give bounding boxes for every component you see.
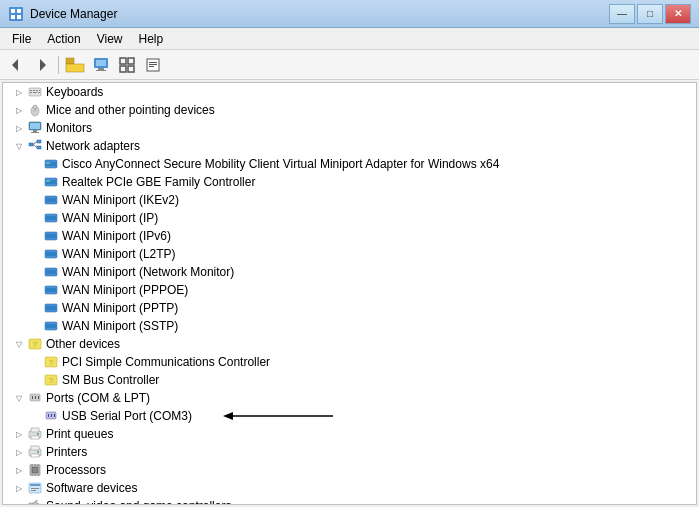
svg-point-88 [37, 451, 39, 453]
svg-point-48 [48, 180, 50, 182]
close-button[interactable]: ✕ [665, 4, 691, 24]
svg-point-84 [37, 433, 39, 435]
svg-rect-27 [33, 92, 37, 93]
menu-bar: File Action View Help [0, 28, 699, 50]
svg-line-39 [33, 142, 37, 145]
expander-icon[interactable]: ▷ [11, 462, 27, 478]
item-label: WAN Miniport (PPTP) [62, 301, 178, 315]
window-controls: — □ ✕ [609, 4, 691, 24]
svg-rect-8 [66, 64, 84, 72]
list-item[interactable]: Cisco AnyConnect Secure Mobility Client … [3, 155, 696, 173]
list-item[interactable]: WAN Miniport (L2TP) [3, 245, 696, 263]
list-item[interactable]: ▽ ? Other devices [3, 335, 696, 353]
list-item[interactable]: WAN Miniport (IP) [3, 209, 696, 227]
scan-button[interactable] [115, 54, 139, 76]
list-item[interactable]: WAN Miniport (IPv6) [3, 227, 696, 245]
svg-text:?: ? [49, 358, 54, 367]
list-item[interactable]: ▷ Processors [3, 461, 696, 479]
usb-serial-port-item[interactable]: USB Serial Port (COM3) [3, 407, 696, 425]
list-item[interactable]: WAN Miniport (PPTP) [3, 299, 696, 317]
svg-rect-86 [31, 446, 39, 450]
svg-rect-11 [98, 68, 104, 70]
expander-spacer [27, 192, 43, 208]
list-item[interactable]: ▽ Network adapters [3, 137, 696, 155]
expander-icon[interactable]: ▷ [11, 444, 27, 460]
expander-icon[interactable]: ▽ [11, 138, 27, 154]
device-manager-button[interactable] [89, 54, 113, 76]
svg-rect-72 [32, 396, 33, 399]
svg-rect-15 [120, 66, 126, 72]
expander-icon[interactable]: ▽ [11, 390, 27, 406]
svg-rect-26 [30, 92, 32, 93]
svg-rect-25 [39, 90, 40, 91]
item-label: SM Bus Controller [62, 373, 159, 387]
svg-rect-4 [17, 15, 21, 19]
list-item[interactable]: ▷ Sound, video and game controllers [3, 497, 696, 505]
properties-button[interactable] [141, 54, 165, 76]
expander-icon[interactable]: ▽ [11, 336, 27, 352]
list-item[interactable]: ▷ Software devices [3, 479, 696, 497]
svg-rect-87 [31, 454, 39, 457]
list-item[interactable]: Realtek PCIe GBE Family Controller [3, 173, 696, 191]
menu-file[interactable]: File [4, 30, 39, 48]
back-button[interactable] [4, 54, 28, 76]
network-device-icon [43, 174, 59, 190]
forward-button[interactable] [30, 54, 54, 76]
expander-icon[interactable]: ▷ [11, 498, 27, 505]
list-item[interactable]: ▷ Printers [3, 443, 696, 461]
software-devices-icon [27, 480, 43, 496]
list-item[interactable]: ▷ Monitors [3, 119, 696, 137]
item-label: WAN Miniport (SSTP) [62, 319, 178, 333]
item-label: Ports (COM & LPT) [46, 391, 150, 405]
svg-rect-12 [96, 70, 106, 71]
expander-icon[interactable]: ▷ [11, 480, 27, 496]
svg-rect-101 [29, 503, 33, 505]
minimize-button[interactable]: — [609, 4, 635, 24]
menu-action[interactable]: Action [39, 30, 88, 48]
svg-rect-7 [66, 58, 74, 64]
list-item[interactable]: ▽ Ports (COM & LPT) [3, 389, 696, 407]
svg-rect-35 [31, 132, 39, 133]
list-item[interactable]: ? PCI Simple Communications Controller [3, 353, 696, 371]
list-item[interactable]: ▷ Keyboards [3, 83, 696, 101]
svg-rect-23 [33, 90, 35, 91]
expander-icon[interactable]: ▷ [11, 84, 27, 100]
expander-spacer [27, 246, 43, 262]
app-icon [8, 6, 24, 22]
item-label: USB Serial Port (COM3) [62, 409, 192, 423]
item-label: WAN Miniport (IPv6) [62, 229, 171, 243]
expander-icon[interactable]: ▷ [11, 426, 27, 442]
expander-spacer [27, 282, 43, 298]
svg-rect-38 [37, 146, 41, 149]
title-bar-left: Device Manager [8, 6, 117, 22]
maximize-button[interactable]: □ [637, 4, 663, 24]
svg-rect-73 [35, 396, 36, 399]
network-device-icon [43, 300, 59, 316]
item-label: WAN Miniport (IP) [62, 211, 158, 225]
list-item[interactable]: ▷ Mice and other pointing devices [3, 101, 696, 119]
list-item[interactable]: WAN Miniport (PPPOE) [3, 281, 696, 299]
list-item[interactable]: ▷ Print queues [3, 425, 696, 443]
svg-rect-76 [48, 414, 49, 417]
show-hidden-button[interactable] [63, 54, 87, 76]
item-label: Print queues [46, 427, 113, 441]
menu-help[interactable]: Help [131, 30, 172, 48]
printers-icon [27, 444, 43, 460]
svg-rect-37 [37, 140, 41, 143]
list-item[interactable]: WAN Miniport (IKEv2) [3, 191, 696, 209]
svg-rect-99 [31, 488, 39, 489]
window-title: Device Manager [30, 7, 117, 21]
svg-rect-56 [46, 252, 56, 256]
list-item[interactable]: ? SM Bus Controller [3, 371, 696, 389]
expander-spacer [27, 210, 43, 226]
device-tree[interactable]: ▷ Keyboards ▷ [2, 82, 697, 505]
expander-icon[interactable]: ▷ [11, 102, 27, 118]
network-device-icon [43, 156, 59, 172]
item-label: WAN Miniport (L2TP) [62, 247, 176, 261]
keyboard-icon [27, 84, 43, 100]
menu-view[interactable]: View [89, 30, 131, 48]
list-item[interactable]: WAN Miniport (SSTP) [3, 317, 696, 335]
print-queues-icon [27, 426, 43, 442]
expander-icon[interactable]: ▷ [11, 120, 27, 136]
list-item[interactable]: WAN Miniport (Network Monitor) [3, 263, 696, 281]
